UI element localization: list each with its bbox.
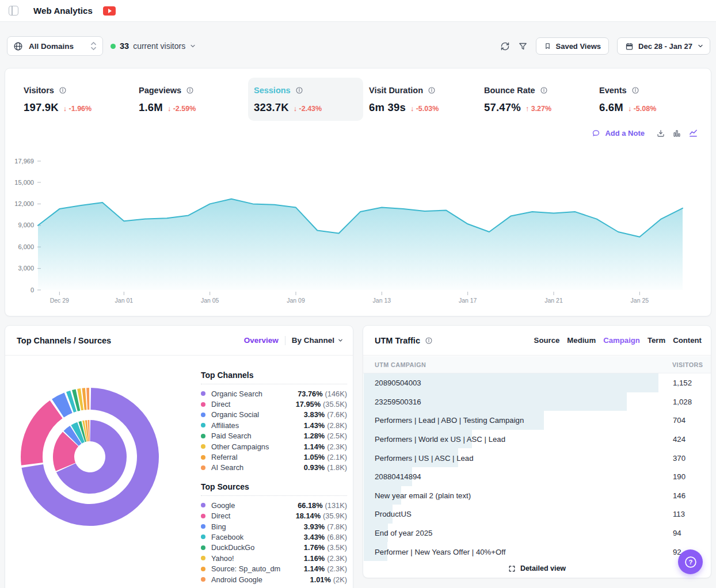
tab-by-channel[interactable]: By Channel (292, 336, 344, 345)
legend-percent: 1.05% (304, 453, 325, 461)
bar-chart-icon[interactable] (672, 129, 681, 138)
note-bubble-icon (592, 129, 600, 138)
y-axis-label: 15,000 (14, 179, 34, 186)
chevron-down-icon (697, 43, 704, 49)
top-channels-item-referral[interactable]: Referral1.05%(2.1K) (201, 452, 347, 462)
x-axis-label: Jan 05 (201, 297, 219, 304)
utm-visitors-cell: 1,152 (673, 379, 692, 387)
top-channels-item-organic-social[interactable]: Organic Social3.83%(7.6K) (201, 410, 347, 420)
x-axis-label: Jan 21 (544, 297, 563, 304)
utm-table-row[interactable]: End of year 202594 (363, 524, 711, 543)
top-sources-item-facebook[interactable]: Facebook3.43%(6.8K) (201, 532, 347, 542)
utm-campaign-cell: End of year 2025 (375, 529, 432, 537)
youtube-icon[interactable] (103, 6, 116, 16)
metric-value: 323.7K (254, 101, 289, 114)
live-dot-icon (111, 44, 116, 49)
top-sources-item-google[interactable]: Google66.18%(131K) (201, 500, 347, 510)
utm-tab-source[interactable]: Source (534, 336, 560, 345)
metric-value: 1.6M (139, 101, 163, 114)
info-icon[interactable] (425, 337, 433, 345)
sidebar-toggle-icon[interactable] (9, 6, 18, 16)
top-sources-item-android-google[interactable]: Android Google1.01%(2K) (201, 574, 347, 585)
legend-count: (35.5K) (323, 400, 347, 408)
utm-visitors-cell: 424 (673, 435, 685, 444)
utm-panel-title: UTM Traffic (375, 336, 420, 345)
metric-delta: ↑ 3.27% (525, 105, 551, 113)
legend-label: Source: Sp_auto_dm (211, 564, 304, 573)
utm-traffic-card: UTM Traffic SourceMediumCampaignTermCont… (363, 325, 711, 578)
metric-events[interactable]: Events6.6M↓ -5.08% (593, 78, 709, 121)
info-icon (631, 86, 639, 94)
top-channels-item-paid-search[interactable]: Paid Search1.28%(2.5K) (201, 431, 347, 441)
utm-tab-content[interactable]: Content (673, 336, 702, 345)
top-sources-item-direct[interactable]: Direct18.14%(35.9K) (201, 511, 347, 521)
utm-visitors-cell: 113 (673, 510, 685, 518)
legend-dot-icon (201, 434, 205, 438)
metric-delta: ↓ -1.96% (63, 105, 92, 113)
metric-delta: ↓ -5.03% (410, 105, 439, 113)
top-channels-item-other-campaigns[interactable]: Other Campaigns1.14%(2.3K) (201, 441, 347, 452)
x-axis-label: Jan 01 (115, 297, 134, 304)
utm-tab-medium[interactable]: Medium (567, 336, 596, 345)
download-icon[interactable] (656, 129, 665, 138)
legend-percent: 3.43% (304, 533, 325, 541)
utm-tab-campaign[interactable]: Campaign (603, 336, 640, 345)
refresh-icon[interactable] (500, 41, 510, 51)
line-chart-icon[interactable] (688, 128, 698, 138)
utm-table-row[interactable]: New year email 2 (plain text)146 (363, 486, 711, 505)
top-channels-item-organic-search[interactable]: Organic Search73.76%(146K) (201, 388, 347, 399)
filter-icon[interactable] (518, 41, 528, 51)
top-channels-item-direct[interactable]: Direct17.95%(35.5K) (201, 399, 347, 409)
utm-table-row[interactable]: Performers | US | ASC | Lead370 (363, 448, 711, 467)
metric-sessions[interactable]: Sessions323.7K↓ -2.43% (248, 78, 363, 121)
tab-overview[interactable]: Overview (244, 336, 279, 345)
channel-slice-ai-search[interactable] (86, 388, 89, 410)
utm-table-row[interactable]: Performers | World ex US | ASC | Lead424 (363, 430, 711, 449)
legend-percent: 73.76% (298, 390, 322, 398)
sessions-area-chart[interactable]: 03,0006,0009,00012,00015,00017,969Dec 29… (5, 154, 712, 307)
metrics-row: Visitors197.9K↓ -1.96%Pageviews1.6M↓ -2.… (18, 78, 709, 121)
legend-percent: 1.16% (304, 554, 325, 563)
metric-label: Visitors (24, 86, 54, 95)
current-visitors[interactable]: 33 current visitors (111, 36, 196, 56)
domain-select[interactable]: All Domains (7, 36, 103, 56)
legend-label: Google (211, 501, 298, 510)
metric-pageviews[interactable]: Pageviews1.6M↓ -2.59% (133, 78, 248, 121)
utm-tab-term[interactable]: Term (648, 336, 665, 345)
utm-table-row[interactable]: ProductUS113 (363, 505, 711, 524)
x-axis-label: Jan 09 (287, 297, 305, 304)
legend-dot-icon (201, 503, 205, 507)
utm-table-row[interactable]: 208905040031,152 (363, 373, 711, 392)
legend-count: (7.8K) (327, 522, 347, 531)
legend-count: (7.6K) (327, 410, 347, 419)
metric-bounce-rate[interactable]: Bounce Rate57.47%↑ 3.27% (478, 78, 593, 121)
utm-table-row[interactable]: Performer | New Years Offer | 40%+Off92 (363, 542, 711, 561)
legend-label: Direct (211, 511, 296, 520)
channels-legend: Top ChannelsOrganic Search73.76%(146K)Di… (201, 371, 347, 585)
top-sources-item-yahoo-[interactable]: Yahoo!1.16%(2.3K) (201, 553, 347, 563)
channels-panel-title: Top Channels / Sources (17, 336, 111, 345)
legend-count: (1.8K) (327, 463, 347, 472)
legend-percent: 1.14% (304, 564, 325, 573)
metric-visit-duration[interactable]: Visit Duration6m 39s↓ -5.03% (363, 78, 478, 121)
metric-value: 6m 39s (369, 101, 406, 114)
top-channels-item-ai-search[interactable]: AI Search0.93%(1.8K) (201, 463, 347, 473)
top-sources-item-duckduckgo[interactable]: DuckDuckGo1.76%(3.5K) (201, 543, 347, 553)
top-sources-item-source-sp-auto-dm[interactable]: Source: Sp_auto_dm1.14%(2.3K) (201, 563, 347, 574)
utm-table-row[interactable]: Performers | Lead | ABO | Testing Campai… (363, 411, 711, 430)
top-channels-item-affiliates[interactable]: Affiliates1.43%(2.8K) (201, 420, 347, 430)
add-note-label: Add a Note (605, 129, 645, 138)
top-channels-title: Top Channels (201, 371, 347, 384)
legend-label: Facebook (211, 533, 304, 541)
utm-table-row[interactable]: 232595003161,028 (363, 392, 711, 411)
channels-donut-chart[interactable] (18, 385, 162, 529)
date-range-button[interactable]: Dec 28 - Jan 27 (617, 37, 710, 55)
legend-count: (131K) (325, 501, 347, 510)
metric-visitors[interactable]: Visitors197.9K↓ -1.96% (18, 78, 133, 121)
add-note-button[interactable]: Add a Note (592, 129, 645, 138)
saved-views-button[interactable]: Saved Views (536, 37, 610, 55)
top-sources-item-bing[interactable]: Bing3.93%(7.8K) (201, 521, 347, 532)
utm-table-row[interactable]: 20880414894190 (363, 467, 711, 486)
help-button[interactable]: ? (678, 549, 703, 574)
detailed-view-button[interactable]: Detailed view (363, 564, 711, 572)
